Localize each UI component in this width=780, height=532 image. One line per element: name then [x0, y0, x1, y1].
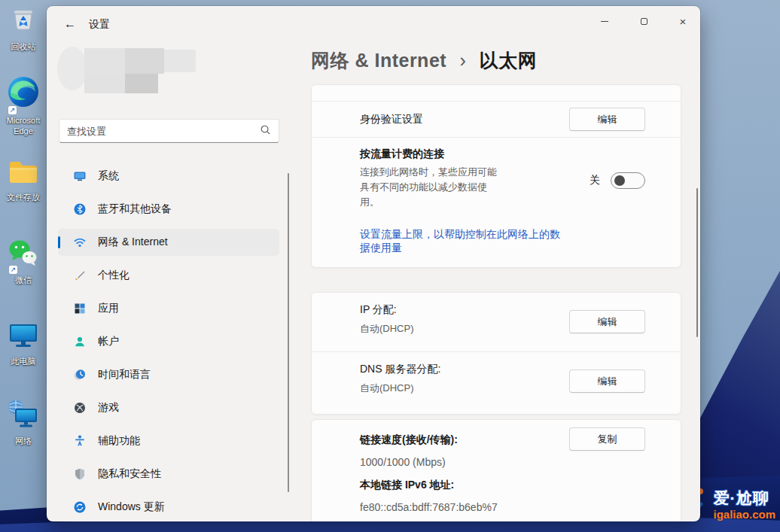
gaming-icon: [73, 401, 87, 415]
toggle-state-label: 关: [590, 174, 600, 187]
close-button[interactable]: ×: [667, 11, 699, 32]
maximize-button[interactable]: [628, 11, 660, 32]
back-button[interactable]: ←: [59, 15, 81, 33]
breadcrumb-separator-icon: ›: [460, 50, 467, 71]
network-wifi-icon: [73, 236, 87, 249]
avatar: [57, 47, 87, 90]
ethernet-settings-card: 身份验证设置 编辑 按流量计费的连接 连接到此网络时，某些应用可能具有不同的功能…: [311, 84, 681, 268]
account-header-blurred[interactable]: [57, 44, 208, 90]
desktop-wallpaper: 回收站 ↗ Microsoft Edge: [0, 0, 780, 532]
ip-assignment-label: IP 分配:: [360, 303, 560, 317]
sidebar-item-accounts[interactable]: 帐户: [58, 328, 279, 355]
this-pc-icon: [6, 319, 41, 355]
desktop-icon-network[interactable]: 网络: [0, 397, 47, 447]
content-scrollbar[interactable]: [696, 188, 698, 337]
sidebar-item-bluetooth[interactable]: 蓝牙和其他设备: [58, 196, 279, 223]
watermark-title: 爱·尬聊: [713, 488, 775, 509]
page-title: 以太网: [480, 50, 538, 71]
sidebar-item-privacy-security[interactable]: 隐私和安全性: [58, 461, 279, 488]
authentication-row: 身份验证设置 编辑: [312, 102, 681, 137]
sidebar-item-network-internet[interactable]: 网络 & Internet: [58, 229, 279, 256]
shortcut-arrow-icon: ↗: [9, 266, 17, 274]
search-box: [59, 119, 279, 143]
sidebar-item-system[interactable]: 系统: [58, 163, 279, 190]
toggle-knob: [614, 175, 625, 186]
accounts-icon: [73, 335, 87, 348]
link-speed-label: 链接速度(接收/传输):: [360, 433, 458, 445]
ip-edit-button[interactable]: 编辑: [569, 310, 645, 333]
metered-title: 按流量计费的连接: [360, 147, 560, 161]
minimize-icon: [601, 21, 608, 22]
ip-assignment-row: IP 分配: 自动(DHCP) 编辑: [312, 293, 681, 351]
sidebar-item-accessibility[interactable]: 辅助功能: [58, 427, 279, 454]
shortcut-arrow-icon: ↗: [8, 106, 17, 114]
sidebar-item-time-language[interactable]: 时间和语言: [58, 361, 279, 388]
time-language-icon: [73, 368, 87, 382]
copy-button[interactable]: 复制: [569, 427, 645, 451]
sidebar-item-label: 时间和语言: [98, 368, 151, 382]
recycle-bin-icon: [8, 5, 38, 41]
apps-icon: [73, 302, 87, 315]
desktop-icon-label: 此电脑: [0, 357, 47, 367]
dns-edit-button[interactable]: 编辑: [569, 369, 645, 393]
metered-description: 连接到此网络时，某些应用可能具有不同的功能以减少数据使用。: [360, 165, 501, 210]
bluetooth-icon: [73, 202, 87, 216]
close-icon: ×: [680, 15, 687, 28]
breadcrumb: 网络 & Internet › 以太网: [311, 48, 537, 73]
system-icon: [73, 169, 87, 183]
maximize-icon: [641, 18, 647, 25]
sidebar-item-windows-update[interactable]: Windows 更新: [58, 494, 279, 521]
personalization-icon: [73, 269, 87, 282]
windows-update-icon: [73, 500, 87, 514]
network-desktop-icon: [6, 397, 41, 435]
minimize-button[interactable]: [589, 11, 620, 32]
sidebar-item-label: 应用: [98, 302, 119, 315]
desktop-icon-folder[interactable]: 文件存放: [0, 157, 47, 203]
ip-dns-card: IP 分配: 自动(DHCP) 编辑 DNS 服务器分配: 自动(DHCP) 编…: [311, 292, 681, 415]
desktop-icon-label: 回收站: [0, 42, 47, 53]
sidebar-item-personalization[interactable]: 个性化: [58, 262, 279, 289]
sidebar-scrollbar[interactable]: [288, 173, 289, 492]
ip-assignment-value: 自动(DHCP): [360, 322, 560, 336]
desktop-icon-label: 微信: [0, 275, 47, 286]
dns-assignment-row: DNS 服务器分配: 自动(DHCP) 编辑: [312, 352, 681, 414]
connection-details-row: 链接速度(接收/传输): 1000/1000 (Mbps) 本地链接 IPv6 …: [312, 420, 681, 521]
edge-icon: ↗: [5, 74, 41, 114]
connection-details-card: 链接速度(接收/传输): 1000/1000 (Mbps) 本地链接 IPv6 …: [311, 419, 681, 521]
sidebar-item-label: 游戏: [98, 401, 119, 415]
wechat-icon: ↗: [6, 236, 41, 274]
desktop-icon-this-pc[interactable]: 此电脑: [0, 319, 47, 367]
settings-window: ← 设置 × 系统: [47, 6, 700, 521]
sidebar-item-label: 蓝牙和其他设备: [98, 202, 172, 216]
dns-assignment-label: DNS 服务器分配:: [360, 363, 560, 376]
data-limit-link[interactable]: 设置流量上限，以帮助控制在此网络上的数据使用量: [360, 228, 560, 255]
desktop-icon-label: 网络: [0, 436, 47, 447]
metered-connection-row: 按流量计费的连接 连接到此网络时，某些应用可能具有不同的功能以减少数据使用。 关…: [312, 138, 681, 267]
search-input[interactable]: [67, 126, 260, 137]
breadcrumb-parent[interactable]: 网络 & Internet: [311, 50, 446, 71]
privacy-shield-icon: [73, 467, 87, 481]
ipv6-address-value: fe80::cd5a:bdff:7687:b6eb%7: [360, 501, 498, 513]
sidebar-item-label: Windows 更新: [98, 500, 165, 514]
window-title: 设置: [89, 18, 110, 32]
sidebar-item-label: 网络 & Internet: [98, 236, 168, 249]
sidebar-item-label: 辅助功能: [98, 434, 140, 448]
metered-toggle[interactable]: [611, 172, 645, 189]
watermark-url: igaliao.com: [713, 509, 775, 520]
link-speed-value: 1000/1000 (Mbps): [360, 456, 446, 468]
ipv6-address-label: 本地链接 IPv6 地址:: [360, 479, 454, 491]
desktop-icon-label: Microsoft Edge: [0, 116, 47, 137]
content-area: 身份验证设置 编辑 按流量计费的连接 连接到此网络时，某些应用可能具有不同的功能…: [311, 84, 681, 521]
sidebar-item-label: 帐户: [98, 335, 119, 348]
desktop-icon-label: 文件存放: [0, 193, 47, 203]
sidebar-item-gaming[interactable]: 游戏: [58, 394, 279, 421]
scrolled-row-stub: [312, 85, 681, 101]
sidebar-nav: 系统 蓝牙和其他设备 网络 & Internet 个性化: [58, 163, 279, 521]
folder-icon: [7, 157, 40, 191]
desktop-icon-wechat[interactable]: ↗ 微信: [0, 236, 47, 286]
sidebar-item-label: 个性化: [98, 269, 129, 282]
sidebar-item-apps[interactable]: 应用: [58, 295, 279, 322]
authentication-edit-button[interactable]: 编辑: [569, 108, 645, 131]
desktop-icon-edge[interactable]: ↗ Microsoft Edge: [0, 74, 47, 137]
desktop-icon-recycle-bin[interactable]: 回收站: [0, 5, 47, 53]
